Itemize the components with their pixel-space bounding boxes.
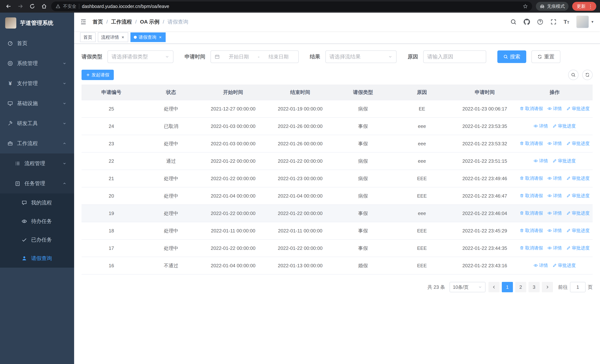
cell-id: 16 [82,257,141,274]
progress-action-link[interactable]: 审批进度 [552,158,576,164]
forward-icon[interactable] [16,1,25,11]
cell-end: 2022-01-22 00:00:00 [265,152,335,170]
cancel-action-link[interactable]: 取消请假 [520,140,543,146]
next-page-button[interactable] [542,282,553,292]
page-size-select[interactable]: 10条/页 [450,282,486,292]
detail-action-link[interactable]: 详情 [547,228,562,233]
detail-action-link[interactable]: 详情 [547,210,562,216]
search-icon[interactable] [510,19,517,25]
detail-action-link[interactable]: 详情 [534,158,548,164]
breadcrumb-separator: / [135,19,137,25]
sidebar-item-home[interactable]: 首页 [0,33,74,53]
goto-page-input[interactable] [570,282,586,292]
select-placeholder: 请选择请假类型 [112,53,148,60]
page-button-3[interactable]: 3 [528,282,540,292]
cancel-action-link[interactable]: 取消请假 [520,245,543,251]
breadcrumb-oa-example[interactable]: OA 示例 [140,18,159,25]
detail-action-link[interactable]: 详情 [534,123,548,129]
warning-icon[interactable] [56,4,60,9]
sidebar-item-label: 工作流程 [17,140,38,147]
progress-action-link[interactable]: 审批进度 [566,106,590,112]
reason-input[interactable] [423,50,486,63]
user-menu[interactable]: ▼ [576,16,594,28]
sidebar-item-devtools[interactable]: 研发工具 [0,113,74,133]
font-size-icon[interactable]: TT [564,19,569,25]
detail-action-link[interactable]: 详情 [547,106,562,112]
menu-dots-icon[interactable]: ⋮ [588,4,593,9]
prev-page-button[interactable] [488,282,500,292]
cell-actions: 取消请假详情审批进度 [517,205,593,222]
progress-action-link[interactable]: 审批进度 [566,140,590,146]
fullscreen-icon[interactable] [550,19,557,25]
sidebar-fold-icon[interactable] [80,19,87,25]
sidebar-item-done-tasks[interactable]: 已办任务 [0,231,74,249]
detail-action-link[interactable]: 详情 [547,193,562,199]
sidebar: 芋道管理系统 首页 系统管理 ¥ 支付管理 基础设施 [0,13,74,364]
cell-id: 21 [82,170,141,187]
create-leave-button[interactable]: 发起请假 [82,70,114,80]
sidebar-item-process-management[interactable]: 流程管理 [0,153,74,173]
sidebar-item-task-management[interactable]: 任务管理 [0,173,74,194]
sidebar-item-todo-tasks[interactable]: 待办任务 [0,212,74,231]
tab-process-detail[interactable]: 流程详情 × [98,32,128,42]
tab-home[interactable]: 首页 [80,32,96,42]
reload-icon[interactable] [28,1,37,11]
bookmark-star-icon[interactable] [523,4,528,9]
cancel-action-link[interactable]: 取消请假 [520,193,543,199]
github-icon[interactable] [524,19,530,25]
update-button[interactable]: 更新 ⋮ [572,2,596,11]
sidebar-item-infrastructure[interactable]: 基础设施 [0,93,74,113]
page-button-2[interactable]: 2 [515,282,526,292]
detail-action-link[interactable]: 详情 [547,140,562,146]
cancel-action-link[interactable]: 取消请假 [520,210,543,216]
result-select[interactable]: 请选择流结果 [325,50,396,63]
progress-action-link[interactable]: 审批进度 [566,210,590,216]
date-range-picker[interactable]: 开始日期 - 结束日期 [210,50,299,63]
detail-action-link[interactable]: 详情 [547,175,562,181]
close-icon[interactable]: × [158,35,162,40]
page-button-1[interactable]: 1 [502,282,513,292]
tags-view-bar: 首页 流程详情 × 请假查询 × [74,31,600,44]
sidebar-item-my-process[interactable]: 我的流程 [0,194,74,212]
detail-action-link[interactable]: 详情 [547,245,562,251]
cancel-action-link[interactable]: 取消请假 [520,175,543,181]
sidebar-item-label: 已办任务 [31,236,52,243]
breadcrumb-home[interactable]: 首页 [93,18,103,25]
reset-button[interactable]: 重置 [531,50,560,63]
detail-action-label: 详情 [553,245,562,251]
tab-leave-query[interactable]: 请假查询 × [131,32,166,42]
breadcrumb-workflow[interactable]: 工作流程 [111,18,132,25]
progress-action-link[interactable]: 审批进度 [566,175,590,181]
end-date-input[interactable]: 结束日期 [262,53,295,60]
url-text[interactable]: dashboard.yudao.iocoder.cn/bpm/oa/leave [82,4,520,9]
chevron-down-icon [62,161,67,166]
sidebar-item-payment[interactable]: ¥ 支付管理 [0,73,74,93]
progress-action-link[interactable]: 审批进度 [552,262,576,268]
progress-action-link[interactable]: 审批进度 [566,245,590,251]
cancel-action-link[interactable]: 取消请假 [520,106,543,112]
sidebar-item-workflow[interactable]: 工作流程 [0,133,74,153]
sidebar-item-system[interactable]: 系统管理 [0,53,74,73]
sidebar-item-label: 首页 [17,40,28,47]
sidebar-logo[interactable]: 芋道管理系统 [0,13,74,33]
home-icon[interactable] [39,1,49,11]
help-icon[interactable] [537,19,543,25]
cell-start: 2022-01-03 00:00:00 [201,118,265,135]
back-icon[interactable] [4,1,13,11]
cancel-action-link[interactable]: 取消请假 [520,228,543,233]
address-bar[interactable]: 不安全 dashboard.yudao.iocoder.cn/bpm/oa/le… [51,1,532,11]
refresh-icon[interactable] [582,70,593,80]
sidebar-item-leave-query[interactable]: 请假查询 [0,249,74,268]
toggle-search-icon[interactable] [568,70,579,80]
cell-apply_time: 2022-01-22 23:46:04 [453,205,517,222]
search-button[interactable]: 搜索 [497,50,526,63]
leave-type-select[interactable]: 请选择请假类型 [107,50,173,63]
avatar[interactable] [576,16,589,28]
close-icon[interactable]: × [121,35,125,40]
detail-action-link[interactable]: 详情 [534,262,548,268]
detail-action-label: 详情 [553,175,562,181]
progress-action-link[interactable]: 审批进度 [566,228,590,233]
progress-action-link[interactable]: 审批进度 [566,193,590,199]
progress-action-link[interactable]: 审批进度 [552,123,576,129]
start-date-input[interactable]: 开始日期 [223,53,255,60]
